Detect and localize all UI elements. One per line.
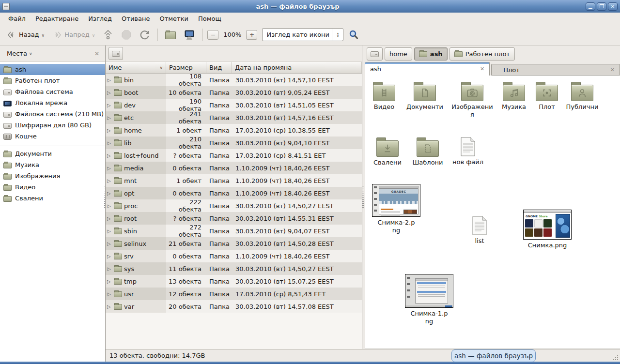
sidebar-item[interactable]: Файлова система (210 MB) bbox=[0, 108, 105, 120]
table-row[interactable]: selinux 21 обекта Папка 30.03.2010 (вт) … bbox=[106, 237, 362, 250]
expander-icon[interactable] bbox=[107, 254, 112, 259]
reload-button[interactable] bbox=[137, 28, 153, 42]
menu-item[interactable]: Отметки bbox=[155, 14, 192, 23]
sidebar-item[interactable]: Файлова система bbox=[0, 86, 105, 97]
table-row[interactable]: bin 108 обекта Папка 30.03.2010 (вт) 14,… bbox=[106, 74, 362, 86]
table-row[interactable]: boot 10 обекта Папка 30.03.2010 (вт) 9,0… bbox=[106, 86, 362, 99]
expander-icon[interactable] bbox=[107, 241, 112, 246]
table-row[interactable]: usr 12 обекта Папка 17.03.2010 (ср) 8,51… bbox=[106, 288, 362, 300]
expander-icon[interactable] bbox=[107, 266, 112, 272]
taskbar-window-button[interactable]: ash — файлов браузър bbox=[451, 349, 536, 362]
expander-icon[interactable] bbox=[107, 153, 112, 158]
menu-item[interactable]: Отиване bbox=[117, 14, 154, 23]
sidebar-item[interactable]: Документи bbox=[0, 148, 105, 159]
file-item-snimka1[interactable]: Снимка-1.png bbox=[405, 274, 453, 325]
sidebar-item[interactable]: Свалени bbox=[0, 193, 105, 204]
breadcrumb-root-button[interactable] bbox=[367, 47, 383, 61]
sidebar-item[interactable]: Видео bbox=[0, 182, 105, 193]
sidebar-item[interactable]: Кошче bbox=[0, 131, 105, 142]
menu-item[interactable]: Редактиране bbox=[31, 14, 83, 23]
file-item-public[interactable]: Публични bbox=[559, 85, 605, 111]
file-item-video[interactable]: Видео bbox=[365, 85, 407, 111]
back-button[interactable]: Назад bbox=[4, 29, 47, 41]
table-row[interactable]: home 1 обект Папка 17.03.2010 (ср) 10,38… bbox=[106, 124, 362, 136]
table-row[interactable]: media 0 обекта Папка 1.10.2009 (чт) 18,4… bbox=[106, 162, 362, 174]
sidebar-item[interactable]: Изображения bbox=[0, 170, 105, 182]
column-header-size[interactable]: Размер bbox=[166, 62, 206, 73]
tab-close-icon[interactable] bbox=[610, 67, 615, 73]
file-item-downloads[interactable]: Свалени bbox=[365, 140, 411, 167]
expander-icon[interactable] bbox=[107, 291, 112, 297]
expander-icon[interactable] bbox=[107, 203, 112, 209]
menu-item[interactable]: Помощ bbox=[194, 14, 226, 23]
table-row[interactable]: etc 241 обекта Папка 30.03.2010 (вт) 14,… bbox=[106, 111, 362, 124]
back-dropdown-icon[interactable] bbox=[42, 31, 45, 38]
table-row[interactable]: lib 210 обекта Папка 30.03.2010 (вт) 9,0… bbox=[106, 136, 362, 149]
column-header-name[interactable]: Име bbox=[106, 62, 166, 73]
view-mode-select[interactable]: Изглед като икони bbox=[262, 28, 343, 41]
table-row[interactable]: srv 0 обекта Папка 1.10.2009 (чт) 18,40,… bbox=[106, 250, 362, 262]
table-row[interactable]: root ? обекта Папка 30.03.2010 (вт) 14,5… bbox=[106, 212, 362, 225]
expander-icon[interactable] bbox=[107, 228, 112, 234]
tree-root-button[interactable] bbox=[108, 47, 123, 60]
file-item-documents[interactable]: Документи bbox=[402, 85, 448, 111]
tab-close-icon[interactable] bbox=[480, 66, 484, 72]
minimize-button[interactable] bbox=[586, 2, 595, 11]
table-row[interactable]: opt 0 обекта Папка 1.10.2009 (чт) 18,40,… bbox=[106, 187, 362, 199]
forward-button[interactable]: Напред bbox=[49, 29, 98, 41]
sidebar-item[interactable]: Локална мрежа bbox=[0, 97, 105, 108]
file-item-snimka2[interactable]: GUADEC Снимка-2.png bbox=[372, 184, 420, 234]
table-row[interactable]: tmp 13 обекта Папка 30.03.2010 (вт) 15,0… bbox=[106, 275, 362, 288]
zoom-in-button[interactable] bbox=[246, 30, 257, 40]
maximize-button[interactable] bbox=[597, 2, 606, 11]
menu-item[interactable]: Файл bbox=[4, 14, 30, 23]
table-row[interactable]: mnt 1 обект Папка 1.10.2009 (чт) 18,40,2… bbox=[106, 174, 362, 187]
sidebar-item[interactable]: Шифриран дял (80 GB) bbox=[0, 120, 105, 131]
table-row[interactable]: lost+found ? обекта Папка 17.03.2010 (ср… bbox=[106, 149, 362, 162]
up-button[interactable] bbox=[100, 27, 116, 43]
places-menu-button[interactable]: Места bbox=[4, 48, 35, 59]
expander-icon[interactable] bbox=[107, 90, 112, 95]
file-item-pictures[interactable]: Изображения bbox=[451, 85, 494, 119]
table-row[interactable]: sbin 272 обекта Папка 30.03.2010 (вт) 9,… bbox=[106, 225, 362, 237]
table-row[interactable]: dev 190 обекта Папка 30.03.2010 (вт) 14,… bbox=[106, 99, 362, 111]
expander-icon[interactable] bbox=[107, 128, 112, 133]
table-row[interactable]: proc 222 обекта Папка 30.03.2010 (вт) 14… bbox=[106, 199, 362, 212]
expander-icon[interactable] bbox=[107, 178, 112, 183]
expander-icon[interactable] bbox=[107, 304, 112, 309]
computer-button[interactable] bbox=[181, 28, 198, 42]
table-row[interactable]: sys 11 обекта Папка 30.03.2010 (вт) 14,5… bbox=[106, 262, 362, 275]
expander-icon[interactable] bbox=[107, 216, 112, 221]
sidebar-item[interactable]: Музика bbox=[0, 159, 105, 170]
expander-icon[interactable] bbox=[107, 191, 112, 196]
tab-plot[interactable]: Плот bbox=[491, 64, 620, 76]
sidebar-item[interactable]: Работен плот bbox=[0, 75, 105, 86]
sidebar-item[interactable]: ash bbox=[0, 64, 105, 75]
menu-item[interactable]: Изглед bbox=[84, 14, 116, 23]
file-item-new-file[interactable]: нов файл bbox=[445, 137, 491, 166]
expander-icon[interactable] bbox=[107, 279, 112, 284]
home-button[interactable] bbox=[162, 29, 179, 41]
breadcrumb-home-button[interactable]: home bbox=[385, 47, 412, 61]
expander-icon[interactable] bbox=[107, 166, 112, 171]
tab-ash[interactable]: ash bbox=[365, 62, 490, 76]
resize-grip[interactable] bbox=[613, 355, 619, 361]
table-row[interactable]: var 20 обекта Папка 30.03.2010 (вт) 14,5… bbox=[106, 300, 362, 313]
search-button[interactable] bbox=[345, 28, 362, 42]
close-sidebar-icon[interactable] bbox=[93, 49, 101, 58]
breadcrumb-desktop-button[interactable]: Работен плот bbox=[450, 47, 515, 61]
expander-icon[interactable] bbox=[107, 140, 112, 146]
stop-button[interactable] bbox=[118, 28, 135, 42]
expander-icon[interactable] bbox=[107, 115, 112, 121]
titlebar[interactable]: ash — файлов браузър bbox=[0, 0, 620, 13]
file-item-templates[interactable]: Шаблони bbox=[404, 140, 451, 167]
expander-icon[interactable] bbox=[107, 103, 112, 108]
file-item-snimka[interactable]: GNOME Store Снимка.png bbox=[521, 210, 574, 249]
column-header-type[interactable]: Вид bbox=[206, 62, 232, 73]
forward-dropdown-icon[interactable] bbox=[92, 31, 95, 38]
column-header-modified[interactable]: Дата на промяна bbox=[232, 62, 362, 73]
close-button[interactable] bbox=[608, 2, 618, 11]
file-item-list[interactable]: list bbox=[456, 216, 503, 245]
zoom-out-button[interactable] bbox=[207, 30, 218, 40]
expander-icon[interactable] bbox=[107, 77, 112, 83]
